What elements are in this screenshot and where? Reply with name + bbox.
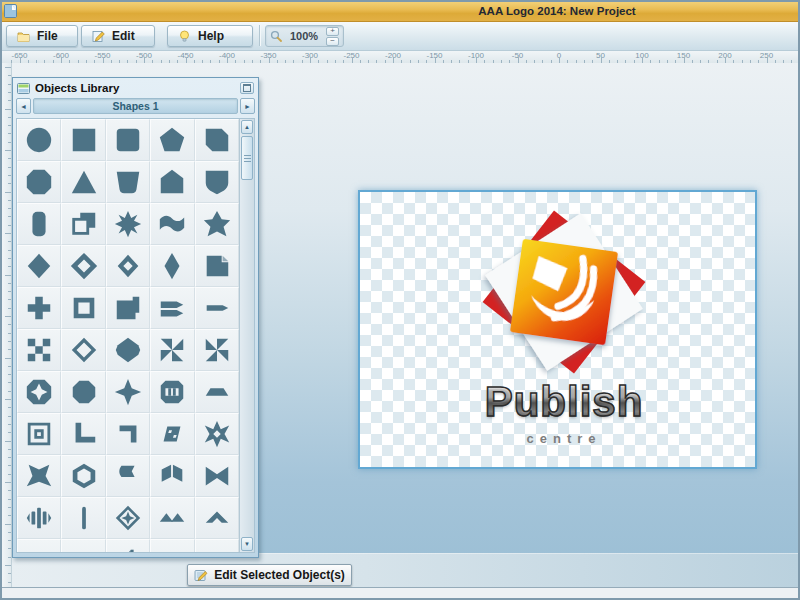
library-icon — [17, 83, 30, 94]
scroll-down-button[interactable]: ▼ — [241, 537, 253, 551]
title-bar: AAA Logo 2014: New Project — [2, 2, 798, 22]
file-icon — [17, 30, 30, 43]
zoom-control: 100% + − — [265, 25, 344, 47]
logo-title-text: Publish — [485, 378, 644, 426]
shape-concentric-squares[interactable] — [17, 413, 61, 455]
workspace-bottom-strip — [12, 553, 798, 587]
shape-wave-banner[interactable] — [150, 203, 194, 245]
shape-cube-outline[interactable] — [61, 455, 105, 497]
file-button[interactable]: File — [6, 25, 78, 47]
shape-corner-bracket-bl[interactable] — [61, 413, 105, 455]
shape-square[interactable] — [61, 119, 105, 161]
category-prev-button[interactable]: ◄ — [16, 98, 31, 114]
shape-pentagon[interactable] — [150, 119, 194, 161]
shape-flag-mirror[interactable] — [150, 455, 194, 497]
shape-cut-corner-square[interactable] — [195, 119, 239, 161]
shape-w-chevron[interactable] — [17, 539, 61, 552]
zoom-in-button[interactable]: + — [326, 27, 339, 36]
window-title: AAA Logo 2014: New Project — [478, 5, 635, 17]
shape-v-ribbon[interactable] — [150, 539, 194, 552]
help-icon — [178, 30, 191, 43]
shape-square-frame[interactable] — [61, 287, 105, 329]
file-button-label: File — [37, 29, 58, 43]
shape-diamond-thin[interactable] — [150, 245, 194, 287]
shape-folded-corner-square[interactable] — [195, 245, 239, 287]
shape-double-arch[interactable] — [195, 539, 239, 552]
shape-triangle[interactable] — [61, 161, 105, 203]
shape-diamond-ring[interactable] — [106, 245, 150, 287]
shape-star-jagged[interactable] — [17, 455, 61, 497]
objects-library-panel: Objects Library ◄ Shapes 1 ► ▲ ▼ — [12, 77, 259, 558]
shape-star-5[interactable] — [195, 203, 239, 245]
panel-minimize-button[interactable] — [240, 82, 254, 94]
shape-diamond-frame-points[interactable] — [61, 245, 105, 287]
shape-octagon-star-hole[interactable] — [17, 371, 61, 413]
shape-diamond-fat[interactable] — [106, 329, 150, 371]
shape-stepped-square[interactable] — [106, 287, 150, 329]
logo-subtitle-text: centre — [526, 431, 601, 446]
shape-star-4[interactable] — [106, 371, 150, 413]
magnifier-icon — [270, 30, 282, 42]
shape-shuriken[interactable] — [195, 413, 239, 455]
shape-bar-vertical[interactable] — [61, 497, 105, 539]
shape-v-chevron[interactable] — [61, 539, 105, 552]
shape-star-8[interactable] — [106, 203, 150, 245]
edit-icon — [92, 30, 105, 43]
category-next-button[interactable]: ► — [240, 98, 255, 114]
edit-button-label: Edit — [112, 29, 135, 43]
shape-shield[interactable] — [195, 161, 239, 203]
category-title[interactable]: Shapes 1 — [33, 98, 238, 114]
shape-arrow-bar[interactable] — [195, 287, 239, 329]
shape-pill-vertical[interactable] — [17, 203, 61, 245]
shape-double-peak[interactable] — [150, 497, 194, 539]
shape-tub[interactable] — [106, 161, 150, 203]
zoom-value: 100% — [282, 30, 326, 42]
shape-diamond-outline[interactable] — [61, 329, 105, 371]
shape-trapezoid-flat[interactable] — [195, 371, 239, 413]
shape-equalizer[interactable] — [17, 497, 61, 539]
shape-pinwheel-alt[interactable] — [195, 329, 239, 371]
shape-ribbon-curl[interactable] — [106, 455, 150, 497]
shape-parallelogram-dotted[interactable] — [150, 413, 194, 455]
publish-logo-art — [476, 204, 652, 380]
shape-overlap-squares[interactable] — [61, 203, 105, 245]
scroll-up-button[interactable]: ▲ — [241, 120, 253, 134]
app-icon — [4, 4, 17, 18]
shape-octagon[interactable] — [17, 161, 61, 203]
shape-diamond[interactable] — [17, 245, 61, 287]
shape-bowtie[interactable] — [195, 455, 239, 497]
shapes-panel-body: ▲ ▼ — [16, 118, 255, 553]
zoom-out-button[interactable]: − — [326, 37, 339, 46]
shape-pentagon-house[interactable] — [150, 161, 194, 203]
logo-canvas[interactable]: Publish centre — [358, 190, 757, 469]
edit-selected-objects-label: Edit Selected Object(s) — [214, 568, 345, 582]
help-button-label: Help — [198, 29, 224, 43]
shape-checkerboard[interactable] — [17, 329, 61, 371]
status-bar — [2, 587, 798, 598]
shape-double-arrow-bars[interactable] — [150, 287, 194, 329]
toolbar-separator — [259, 25, 261, 46]
edit-object-icon — [194, 569, 208, 582]
shape-octagon-round[interactable] — [61, 371, 105, 413]
shapes-scrollbar[interactable]: ▲ ▼ — [239, 119, 254, 552]
app-window: AAA Logo 2014: New Project File Edit Hel… — [0, 0, 800, 600]
shape-circle[interactable] — [17, 119, 61, 161]
shapes-grid — [17, 119, 239, 552]
shape-rounded-square[interactable] — [106, 119, 150, 161]
shape-plus[interactable] — [17, 287, 61, 329]
shape-chevron-up[interactable] — [195, 497, 239, 539]
shape-pinwheel[interactable] — [150, 329, 194, 371]
toolbar: File Edit Help 100% + − — [2, 22, 798, 51]
vertical-ruler — [2, 63, 12, 587]
shape-octagon-barred[interactable] — [150, 371, 194, 413]
shape-corner-bracket-tr[interactable] — [106, 413, 150, 455]
scrollbar-thumb[interactable] — [241, 136, 253, 180]
help-button[interactable]: Help — [167, 25, 253, 47]
edit-selected-objects-button[interactable]: Edit Selected Object(s) — [187, 564, 352, 586]
shape-diamond-star[interactable] — [106, 497, 150, 539]
edit-button[interactable]: Edit — [81, 25, 155, 47]
shape-sail[interactable] — [106, 539, 150, 552]
objects-library-title: Objects Library — [35, 82, 235, 94]
objects-library-header[interactable]: Objects Library — [13, 78, 258, 98]
